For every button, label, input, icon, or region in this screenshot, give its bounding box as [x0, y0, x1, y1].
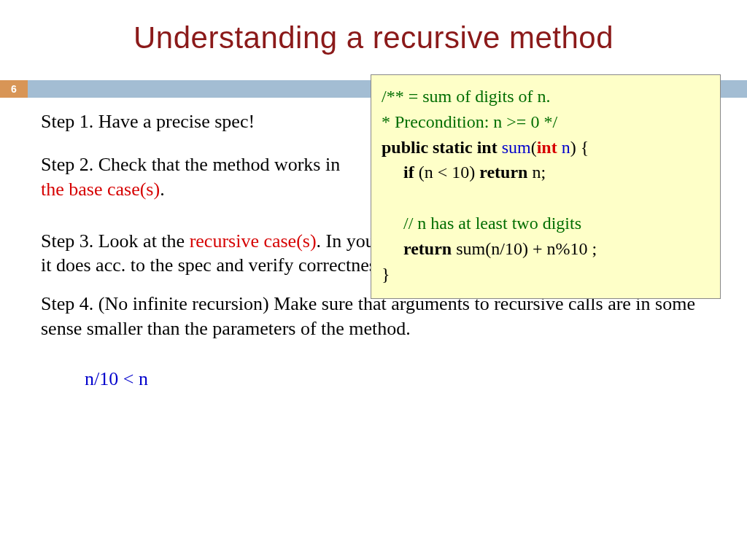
footer-expression: n/10 < n [85, 367, 711, 391]
code-return-line: return sum(n/10) + n%10 ; [382, 236, 710, 262]
code-close-brace: } [382, 262, 710, 287]
code-comment-line3: // n has at least two digits [382, 211, 710, 236]
page-number-badge: 6 [0, 80, 28, 98]
code-signature-line: public static int sum(int n) { [382, 135, 710, 160]
code-comment-line2: * Precondition: n >= 0 */ [382, 112, 557, 131]
step-1: Step 1. Have a precise spec! [41, 109, 347, 133]
step-2: Step 2. Check that the method works in t… [41, 152, 347, 201]
code-example-box: /** = sum of digits of n. * Precondition… [371, 74, 721, 299]
slide-title: Understanding a recursive method [0, 0, 747, 69]
code-if-line: if (n < 10) return n; [382, 160, 710, 185]
code-comment-line1: /** = sum of digits of n. [382, 87, 551, 106]
